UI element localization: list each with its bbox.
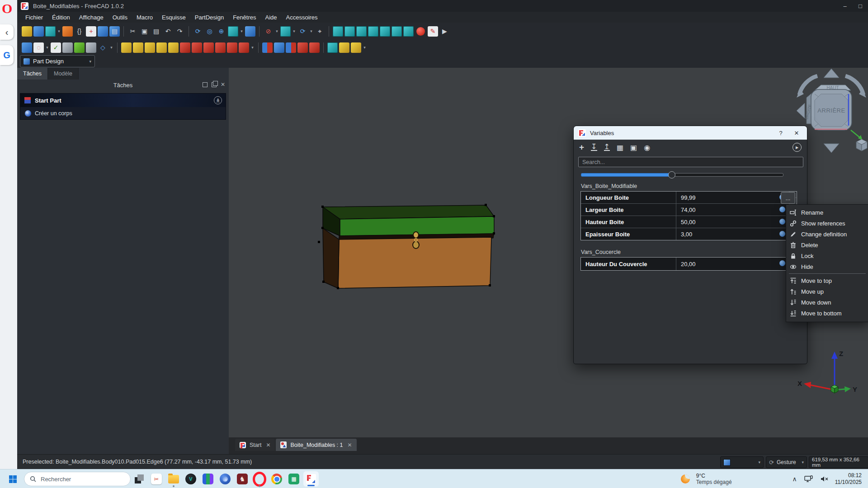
fit-all-icon[interactable]: ◎	[204, 26, 215, 37]
additive-loft-icon[interactable]	[145, 42, 155, 53]
menu-aide[interactable]: Aide	[260, 12, 281, 23]
open-image-icon[interactable]	[98, 26, 108, 37]
macro-play-icon[interactable]: ▶	[439, 26, 450, 37]
dialog-title-bar[interactable]: Variables ? ✕	[574, 126, 807, 140]
export-icon[interactable]	[45, 26, 56, 37]
start-part-header[interactable]: Start Part ≪	[20, 94, 226, 107]
menu-macro[interactable]: Macro	[132, 12, 157, 23]
sketch-dropdown-caret[interactable]: ▾	[45, 45, 49, 50]
pattern-dropdown-caret[interactable]: ▾	[363, 45, 367, 50]
export-dropdown-caret[interactable]: ▾	[57, 29, 61, 33]
table-row[interactable]: Epaisseur Boite 3,00 ▲▼	[581, 228, 797, 240]
menu-item-lock[interactable]: Lock	[786, 250, 868, 261]
menu-esquisse[interactable]: Esquisse	[157, 12, 190, 23]
dark-red-app-icon[interactable]: ♞	[234, 470, 251, 488]
tab-boite-modifiables[interactable]: Boite_Modifiables : 1 ✕	[276, 439, 356, 451]
opera-browser-icon[interactable]	[251, 470, 268, 488]
table-row[interactable]: Hauteur Boite 50,00 ▲▼	[581, 216, 797, 228]
table-row[interactable]: Hauteur Du Couvercle 20,00 ▲▼	[581, 258, 797, 270]
new-sheet-icon[interactable]: +	[86, 26, 96, 37]
green-app-icon[interactable]: ▦	[285, 470, 302, 488]
chrome-browser-icon[interactable]	[268, 470, 285, 488]
dock-close-icon[interactable]: ✕	[221, 81, 225, 88]
isometric-view-icon[interactable]	[228, 26, 238, 37]
navigation-style-selector[interactable]: ⟳ Gesture ▾	[766, 456, 807, 468]
opera-logo-icon[interactable]: O	[2, 1, 12, 16]
macro-record-icon[interactable]	[416, 27, 425, 36]
file-explorer-icon[interactable]	[165, 470, 182, 488]
snipping-tool-icon[interactable]: ✂	[148, 470, 165, 488]
tray-expand-icon[interactable]: ∧	[793, 475, 797, 483]
copy-icon[interactable]: ▣	[139, 26, 150, 37]
table-row[interactable]: Longueur Boite 99,99 ▲▼	[581, 192, 797, 204]
hole-icon[interactable]	[192, 42, 202, 53]
dock-float-icon[interactable]	[212, 82, 217, 87]
new-document-icon[interactable]	[22, 26, 32, 37]
linear-pattern-icon[interactable]	[339, 42, 349, 53]
draw-style-caret[interactable]: ▾	[275, 29, 279, 33]
subtractive-dropdown-caret[interactable]: ▾	[250, 45, 255, 50]
create-sketch-icon[interactable]: ◌	[33, 42, 44, 53]
create-body-icon[interactable]	[22, 42, 32, 53]
sync-camera-icon[interactable]: ⟳	[297, 26, 308, 37]
variables-search-input[interactable]	[578, 157, 803, 167]
visibility-icon[interactable]: ◉	[644, 143, 650, 152]
expression-globe-icon[interactable]	[779, 219, 785, 225]
polar-pattern-icon[interactable]	[351, 42, 361, 53]
chamfer-icon[interactable]	[286, 42, 296, 53]
menu-item-move-down[interactable]: Move down	[786, 297, 868, 308]
macro-edit-icon[interactable]: ✎	[428, 26, 438, 37]
blue-app-icon[interactable]	[217, 470, 234, 488]
thickness-icon[interactable]	[309, 42, 320, 53]
import-icon[interactable]: ↧	[591, 144, 597, 151]
sync-camera-caret[interactable]: ▾	[309, 29, 313, 33]
edge-google-tab[interactable]: G	[0, 45, 14, 65]
menu-fichier[interactable]: Fichier	[21, 12, 47, 23]
recompute-icon[interactable]: ▶	[793, 143, 802, 152]
view-rear-icon[interactable]	[380, 26, 390, 37]
view-front-icon[interactable]	[344, 26, 355, 37]
tab-modele[interactable]: Modèle	[48, 68, 79, 80]
subshapebinder-icon[interactable]	[74, 42, 85, 53]
subtractive-helix-icon[interactable]	[239, 42, 249, 53]
revolution-icon[interactable]	[133, 42, 143, 53]
tab-start[interactable]: Start ✕	[235, 439, 275, 451]
measure-icon[interactable]	[245, 26, 255, 37]
view-dropdown-caret[interactable]: ▾	[240, 29, 244, 33]
expression-globe-icon[interactable]	[779, 260, 785, 266]
selection-view-icon[interactable]	[280, 26, 291, 37]
menu-item-show-references[interactable]: Show references	[786, 218, 868, 229]
tab-taches[interactable]: Tâches	[17, 68, 48, 80]
validate-sketch-icon[interactable]: ✓	[51, 42, 61, 53]
selection-view-caret[interactable]: ▾	[292, 29, 296, 33]
pocket-icon[interactable]	[180, 42, 190, 53]
view-bottom-icon[interactable]	[392, 26, 402, 37]
menu-outils[interactable]: Outils	[108, 12, 132, 23]
boolean-icon[interactable]	[262, 42, 273, 53]
shapebinder-icon[interactable]	[62, 42, 73, 53]
save-icon[interactable]: ▤	[109, 26, 120, 37]
create-body-item[interactable]: Créer un corps	[20, 107, 226, 119]
menu-item-hide[interactable]: Hide	[786, 261, 868, 272]
draft-icon[interactable]	[297, 42, 308, 53]
filter-slider[interactable]	[581, 171, 783, 178]
groove-icon[interactable]	[203, 42, 214, 53]
slider-handle[interactable]	[668, 171, 675, 178]
datum-dropdown-caret[interactable]: ▾	[109, 45, 113, 50]
weather-moon-icon[interactable]	[681, 474, 690, 483]
tab-close-icon[interactable]: ✕	[266, 442, 270, 448]
menu-item-move-to-top[interactable]: Move to top	[786, 275, 868, 286]
menu-partdesign[interactable]: PartDesign	[190, 12, 228, 23]
table-row[interactable]: Largeur Boite 74,00 ▲▼	[581, 204, 797, 216]
view-top-icon[interactable]	[356, 26, 367, 37]
datum-icon[interactable]: ◇	[98, 42, 108, 53]
view-right-icon[interactable]	[368, 26, 378, 37]
view-axonometric-icon[interactable]	[333, 26, 343, 37]
edge-back-chevron[interactable]: ‹	[0, 24, 14, 40]
pad-icon[interactable]	[121, 42, 132, 53]
zoom-selection-icon[interactable]: ⊕	[216, 26, 226, 37]
macro-braces-icon[interactable]: {}	[74, 26, 85, 37]
additive-helix-icon[interactable]	[168, 42, 179, 53]
redo-icon[interactable]: ↷	[175, 26, 185, 37]
menu-accessoires[interactable]: Accessoires	[282, 12, 322, 23]
